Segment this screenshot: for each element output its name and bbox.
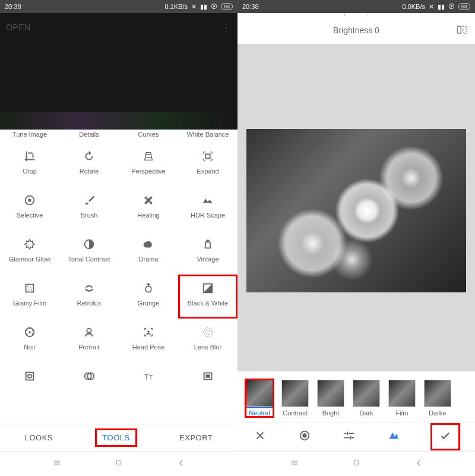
filter-contrast[interactable]: Contrast [281,380,309,417]
grainy-icon [23,280,36,296]
tool-drama[interactable]: Drama [119,231,178,275]
compare-icon[interactable] [456,24,468,37]
nav-home-icon[interactable] [113,458,124,471]
tab-export[interactable]: EXPORT [173,430,218,446]
noir-icon [23,324,36,340]
svg-point-24 [205,330,210,334]
tool-details[interactable]: Details [59,130,119,143]
svg-rect-33 [116,461,121,465]
tool-selective[interactable]: Selective [0,187,59,231]
cancel-button[interactable] [254,429,267,445]
svg-point-12 [31,289,32,291]
nav-back-icon[interactable] [413,458,424,471]
adjust-icon[interactable] [343,429,356,445]
apply-button[interactable] [432,424,459,449]
tool-white-balance[interactable]: White Balance [178,130,238,143]
svg-rect-35 [463,26,467,33]
signal-icon: ▮▮ [200,3,207,11]
filter-thumb [317,380,344,407]
filter-thumb [388,380,416,407]
filter-bright[interactable]: Bright [317,380,344,417]
tool-expand[interactable]: Expand [178,143,238,187]
tool-vintage[interactable]: Vintage [178,231,238,275]
tab-looks[interactable]: LOOKS [19,430,59,446]
svg-point-26 [27,374,31,378]
android-navbar [0,451,238,476]
tool-head-pose[interactable]: Head Pose [119,319,178,362]
tool-tonal-contrast[interactable]: Tonal Contrast [59,231,119,275]
android-navbar [238,451,475,476]
svg-point-9 [27,286,28,287]
tool-grainy-film[interactable]: Grainy Film [0,275,59,319]
tool-curves[interactable]: Curves [119,130,178,143]
svg-point-23 [204,328,213,337]
frame-icon [201,368,214,384]
status-speed: 0.1KB/s [164,3,188,10]
mute-icon: ✕ [191,3,197,11]
svg-point-5 [146,198,147,199]
headpose-icon [142,324,155,340]
svg-rect-34 [458,26,461,33]
rotate-icon [83,149,96,164]
filter-thumb [246,380,273,407]
tool-perspective[interactable]: Perspective [119,143,178,187]
svg-point-22 [147,330,150,333]
svg-point-11 [28,289,29,290]
perspective-icon [142,149,155,164]
status-time: 20:38 [5,3,21,10]
filter-darker[interactable]: Darker [424,380,451,417]
retrolux-icon [83,280,96,296]
tool-portrait[interactable]: Portrait [59,319,119,362]
nav-home-icon[interactable] [351,458,362,471]
presets-icon[interactable] [387,429,400,445]
tool-retrolux[interactable]: Retrolux [59,275,119,319]
tool-black-white[interactable]: Black & White [178,275,238,319]
tool-frame[interactable] [178,362,238,384]
svg-point-15 [28,331,31,333]
brush-icon [83,193,96,208]
tool-grunge[interactable]: Grunge [119,275,178,319]
nav-recent-icon[interactable] [52,458,62,471]
tool-brush[interactable]: Brush [59,187,119,231]
tool-double[interactable] [59,362,119,384]
signal-icon: ▮▮ [438,3,445,11]
tool-vignette[interactable] [0,362,59,384]
screen-tools: 20:38 0.1KB/s ✕ ▮▮ ⦿ 68 OPEN i ⋮ [0,0,238,476]
filter-thumb [424,380,451,407]
svg-rect-2 [205,154,210,158]
tool-rotate[interactable]: Rotate [59,143,119,187]
svg-rect-32 [205,374,210,378]
svg-rect-38 [347,432,348,436]
grunge-icon [142,280,155,296]
svg-point-16 [29,328,30,329]
filter-film[interactable]: Film [388,380,416,417]
tab-tools[interactable]: TOOLS [96,430,135,446]
battery-icon: 68 [458,3,470,10]
svg-rect-39 [350,436,352,440]
svg-point-17 [31,330,33,331]
tool-lens-blur[interactable]: Lens Blur [178,319,238,362]
svg-point-37 [302,433,306,437]
nav-back-icon[interactable] [176,458,186,471]
tool-tune-image[interactable]: Tune Image [0,130,59,143]
tonal-icon [83,237,96,252]
image-canvas[interactable] [238,44,475,371]
filter-neutral[interactable]: Neutral [246,380,273,417]
bw-icon [201,280,214,296]
tool-crop[interactable]: Crop [0,143,59,187]
svg-point-21 [87,329,91,333]
tool-healing[interactable]: Healing [119,187,178,231]
tool-noir[interactable]: Noir [0,319,59,362]
filter-dark[interactable]: Dark [353,380,380,417]
nav-recent-icon[interactable] [289,458,300,471]
hdr-icon [201,193,214,208]
mute-icon: ✕ [429,3,434,11]
tool-hdr-scape[interactable]: HDR Scape [178,187,238,231]
color-filter-icon[interactable] [298,429,311,445]
wifi-icon: ⦿ [211,3,217,10]
tool-glamour-glow[interactable]: Glamour Glow [0,231,59,275]
svg-point-19 [26,333,27,335]
tool-text[interactable]: TT [119,362,178,384]
svg-point-4 [28,198,31,202]
status-time: 20:38 [242,3,259,10]
